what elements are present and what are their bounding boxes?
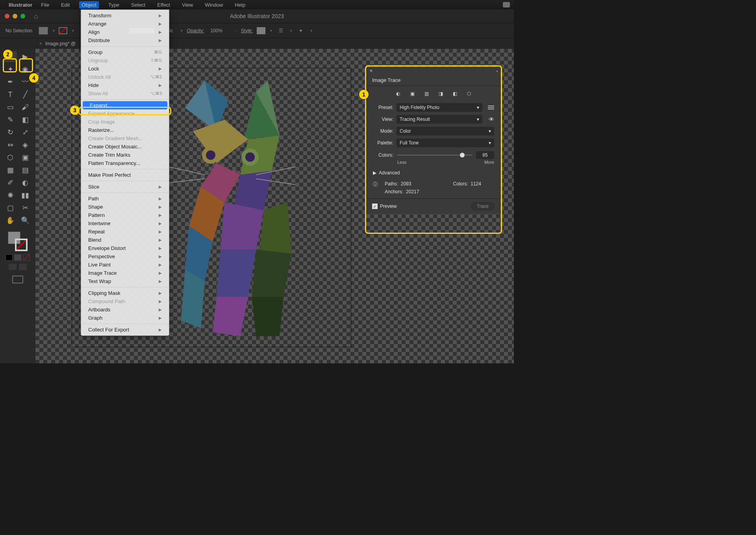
magic-wand-tool[interactable]: ✦ bbox=[4, 64, 17, 75]
preset-dropdown[interactable]: High Fidelity Photo▾ bbox=[397, 103, 482, 112]
scale-tool[interactable]: ⤢ bbox=[19, 127, 32, 138]
style-swatch[interactable] bbox=[257, 27, 265, 34]
menu-item-text-wrap[interactable]: Text Wrap▶ bbox=[81, 277, 169, 285]
view-eye-icon[interactable]: 👁 bbox=[489, 116, 494, 122]
menu-item-image-trace[interactable]: Image Trace▶ bbox=[81, 269, 169, 277]
window-minimize-button[interactable] bbox=[13, 14, 17, 19]
hand-tool[interactable]: ✋ bbox=[4, 215, 17, 226]
artboard-tool[interactable]: ▢ bbox=[4, 202, 17, 213]
menu-edit[interactable]: Edit bbox=[59, 1, 72, 9]
pen-tool[interactable]: ✒ bbox=[4, 76, 17, 87]
slice-tool[interactable]: ✂ bbox=[19, 202, 32, 213]
fill-swatch[interactable] bbox=[39, 27, 48, 35]
menu-item-flatten-transparency-[interactable]: Flatten Transparency... bbox=[81, 159, 169, 167]
eraser-tool[interactable]: ◧ bbox=[19, 114, 32, 125]
menu-item-distribute[interactable]: Distribute▶ bbox=[81, 36, 169, 44]
menu-window[interactable]: Window bbox=[202, 1, 225, 9]
mesh-tool[interactable]: ▦ bbox=[4, 165, 17, 176]
menu-type[interactable]: Type bbox=[106, 1, 122, 9]
menu-item-align[interactable]: Align▶ bbox=[81, 28, 169, 36]
menu-item-rasterize-[interactable]: Rasterize... bbox=[81, 126, 169, 134]
blend-tool[interactable]: ◐ bbox=[19, 177, 32, 188]
app-name[interactable]: Illustrator bbox=[9, 2, 32, 8]
menu-item-shape[interactable]: Shape▶ bbox=[81, 203, 169, 211]
menu-item-blend[interactable]: Blend▶ bbox=[81, 236, 169, 244]
trace-button[interactable]: Trace bbox=[471, 202, 495, 211]
menu-item-repeat[interactable]: Repeat▶ bbox=[81, 228, 169, 236]
draw-mode-icons[interactable] bbox=[9, 264, 27, 270]
menu-item-intertwine[interactable]: Intertwine▶ bbox=[81, 219, 169, 228]
menu-item-slice[interactable]: Slice▶ bbox=[81, 183, 169, 191]
preset-gray-icon[interactable]: ◨ bbox=[436, 90, 445, 98]
menu-item-path[interactable]: Path▶ bbox=[81, 194, 169, 203]
type-tool[interactable]: T bbox=[4, 89, 17, 100]
preset-auto-icon[interactable]: ◐ bbox=[393, 90, 403, 98]
stroke-swatch-icon[interactable] bbox=[59, 27, 67, 34]
tab-name[interactable]: Image.png* @ bbox=[45, 41, 76, 46]
menu-item-graph[interactable]: Graph▶ bbox=[81, 314, 169, 322]
menu-item-create-object-mosaic-[interactable]: Create Object Mosaic... bbox=[81, 143, 169, 151]
palette-dropdown[interactable]: Full Tone▾ bbox=[397, 139, 494, 147]
preset-menu-icon[interactable] bbox=[488, 106, 494, 109]
view-dropdown[interactable]: Tracing Result▾ bbox=[397, 115, 482, 124]
home-icon[interactable]: ⌂ bbox=[34, 12, 38, 20]
menu-item-clipping-mask[interactable]: Clipping Mask▶ bbox=[81, 289, 169, 297]
menu-item-expand-[interactable]: Expand... bbox=[83, 101, 167, 109]
color-mode-swatches[interactable] bbox=[6, 254, 30, 261]
mode-dropdown[interactable]: Color▾ bbox=[397, 127, 494, 135]
rectangle-tool[interactable]: ▭ bbox=[4, 102, 17, 113]
menu-item-make-pixel-perfect[interactable]: Make Pixel Perfect bbox=[81, 171, 169, 179]
paintbrush-tool[interactable]: 🖌 bbox=[19, 102, 32, 113]
menu-item-live-paint[interactable]: Live Paint▶ bbox=[81, 261, 169, 269]
align-icon[interactable]: ☰ bbox=[276, 27, 285, 35]
line-tool[interactable]: ╱ bbox=[19, 89, 32, 100]
symbol-sprayer-tool[interactable]: ✺ bbox=[4, 190, 17, 201]
colors-value[interactable]: 85 bbox=[476, 151, 494, 159]
menu-effect[interactable]: Effect bbox=[155, 1, 172, 9]
menu-object[interactable]: Object bbox=[79, 1, 99, 9]
menu-item-pattern[interactable]: Pattern▶ bbox=[81, 211, 169, 219]
preview-checkbox[interactable]: ✓Preview bbox=[372, 204, 397, 209]
preset-bw-icon[interactable]: ◧ bbox=[450, 90, 460, 98]
menu-item-arrange[interactable]: Arrange▶ bbox=[81, 20, 169, 28]
window-close-button[interactable] bbox=[5, 14, 9, 19]
window-maximize-button[interactable] bbox=[20, 14, 25, 19]
preset-outline-icon[interactable]: ⬡ bbox=[464, 90, 474, 98]
menu-item-transform[interactable]: Transform▶ bbox=[81, 11, 169, 20]
menu-item-group[interactable]: Group⌘G bbox=[81, 48, 169, 56]
zoom-tool[interactable]: 🔍 bbox=[19, 215, 32, 226]
panel-close-icon[interactable]: × bbox=[370, 68, 372, 74]
tab-close-icon[interactable]: × bbox=[39, 41, 42, 46]
menu-item-envelope-distort[interactable]: Envelope Distort▶ bbox=[81, 244, 169, 252]
eyedropper-tool[interactable]: ✐ bbox=[4, 177, 17, 188]
transform-icon[interactable]: ✦ bbox=[296, 27, 306, 35]
screen-mode-icon[interactable] bbox=[12, 276, 23, 283]
menu-select[interactable]: Select bbox=[129, 1, 148, 9]
width-tool[interactable]: ⇔ bbox=[4, 139, 17, 150]
menu-view[interactable]: View bbox=[180, 1, 195, 9]
menu-item-perspective[interactable]: Perspective▶ bbox=[81, 252, 169, 261]
object-menu-dropdown[interactable]: Transform▶Arrange▶Align▶Distribute▶Group… bbox=[81, 9, 169, 336]
menu-file[interactable]: File bbox=[39, 1, 52, 9]
panel-collapse-icon[interactable]: ‹‹ bbox=[496, 69, 497, 73]
menu-item-hide[interactable]: Hide▶ bbox=[81, 81, 169, 89]
rotate-tool[interactable]: ↻ bbox=[4, 127, 17, 138]
menu-help[interactable]: Help bbox=[232, 1, 248, 9]
shape-builder-tool[interactable]: ⬡ bbox=[4, 152, 17, 163]
shaper-tool[interactable]: ✎ bbox=[4, 114, 17, 125]
opacity-value[interactable]: 100% bbox=[208, 27, 225, 34]
advanced-disclosure-icon[interactable]: ▶ bbox=[373, 170, 376, 176]
gradient-tool[interactable]: ▤ bbox=[19, 165, 32, 176]
direct-selection-tool[interactable]: ▶ bbox=[19, 51, 32, 62]
colors-slider[interactable] bbox=[397, 155, 472, 156]
column-graph-tool[interactable]: ▮▮ bbox=[19, 190, 32, 201]
perspective-tool[interactable]: ▣ bbox=[19, 152, 32, 163]
panel-title[interactable]: Image Trace bbox=[367, 75, 500, 86]
menu-item-collect-for-export[interactable]: Collect For Export▶ bbox=[81, 326, 169, 334]
lasso-tool[interactable]: ◉ bbox=[19, 64, 32, 75]
preset-low-icon[interactable]: ▥ bbox=[422, 90, 431, 98]
preset-photo-icon[interactable]: ▣ bbox=[408, 90, 417, 98]
menu-item-create-trim-marks[interactable]: Create Trim Marks bbox=[81, 151, 169, 159]
menu-item-lock[interactable]: Lock▶ bbox=[81, 65, 169, 73]
menu-item-artboards[interactable]: Artboards▶ bbox=[81, 305, 169, 314]
